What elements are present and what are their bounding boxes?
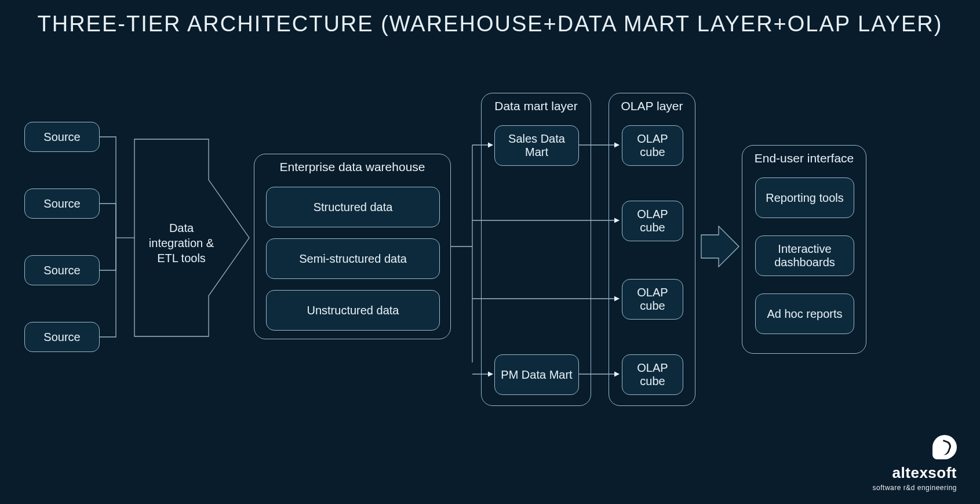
olap-item: OLAP cube <box>622 354 683 395</box>
warehouse-group: Enterprise data warehouse Structured dat… <box>254 154 451 339</box>
data-mart-group: Data mart layer Sales Data Mart PM Data … <box>481 93 591 406</box>
end-user-title: End-user interface <box>742 151 866 165</box>
diagram-canvas: Source Source Source Source Data integra… <box>0 81 980 429</box>
brand-mark-icon <box>932 435 957 459</box>
olap-title: OLAP layer <box>609 99 695 113</box>
source-node: Source <box>24 255 100 285</box>
source-node: Source <box>24 122 100 152</box>
olap-item: OLAP cube <box>622 201 683 241</box>
brand-name: altexsoft <box>892 464 957 481</box>
warehouse-item: Structured data <box>266 187 440 227</box>
brand-logo: altexsoft software r&d engineering <box>873 435 957 492</box>
end-user-group: End-user interface Reporting tools Inter… <box>742 145 866 354</box>
olap-group: OLAP layer OLAP cube OLAP cube OLAP cube… <box>609 93 695 406</box>
olap-item: OLAP cube <box>622 125 683 166</box>
data-mart-title: Data mart layer <box>482 99 591 113</box>
warehouse-item: Semi-structured data <box>266 238 440 279</box>
end-user-item: Ad hoc reports <box>755 293 854 334</box>
etl-label: Data integration & ETL tools <box>144 220 219 266</box>
source-node: Source <box>24 188 100 219</box>
diagram-title: THREE-TIER ARCHITECTURE (WAREHOUSE+DATA … <box>0 0 980 38</box>
warehouse-title: Enterprise data warehouse <box>254 160 450 174</box>
end-user-item: Interactive dashboards <box>755 235 854 276</box>
data-mart-item: Sales Data Mart <box>494 125 579 166</box>
source-node: Source <box>24 322 100 352</box>
end-user-item: Reporting tools <box>755 177 854 218</box>
olap-item: OLAP cube <box>622 279 683 320</box>
data-mart-item: PM Data Mart <box>494 354 579 395</box>
brand-tagline: software r&d engineering <box>873 484 957 492</box>
warehouse-item: Unstructured data <box>266 290 440 331</box>
